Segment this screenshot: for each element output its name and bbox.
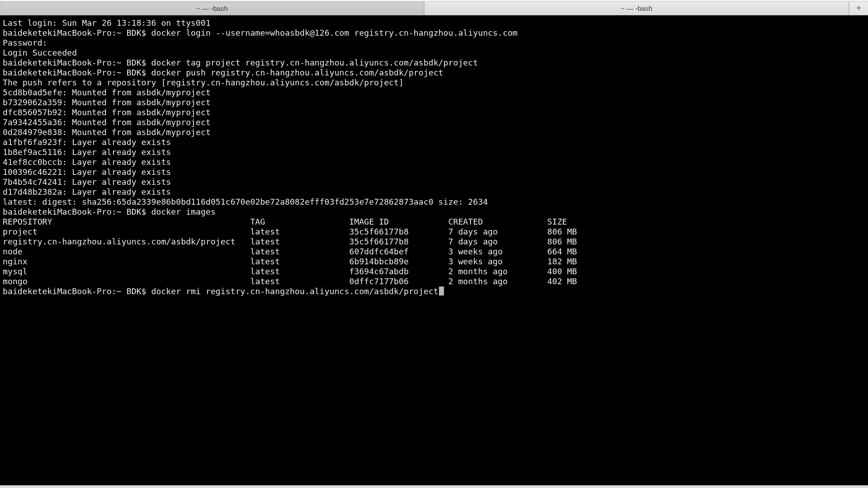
new-tab-button[interactable]: + xyxy=(849,2,868,15)
terminal-content: Last login: Sun Mar 26 13:18:36 on ttys0… xyxy=(3,18,865,296)
tab-label: ~ — -bash xyxy=(621,5,652,12)
terminal-cursor xyxy=(439,286,444,296)
tab-strip: ~ — -bash ~ — -bash + xyxy=(0,2,868,15)
terminal-tab-1[interactable]: ~ — -bash xyxy=(0,2,425,15)
window-chrome-bottom xyxy=(0,485,868,488)
terminal-viewport[interactable]: Last login: Sun Mar 26 13:18:36 on ttys0… xyxy=(0,15,868,485)
plus-icon: + xyxy=(856,3,862,14)
tab-label: ~ — -bash xyxy=(196,5,228,12)
terminal-tab-2[interactable]: ~ — -bash xyxy=(425,2,849,15)
